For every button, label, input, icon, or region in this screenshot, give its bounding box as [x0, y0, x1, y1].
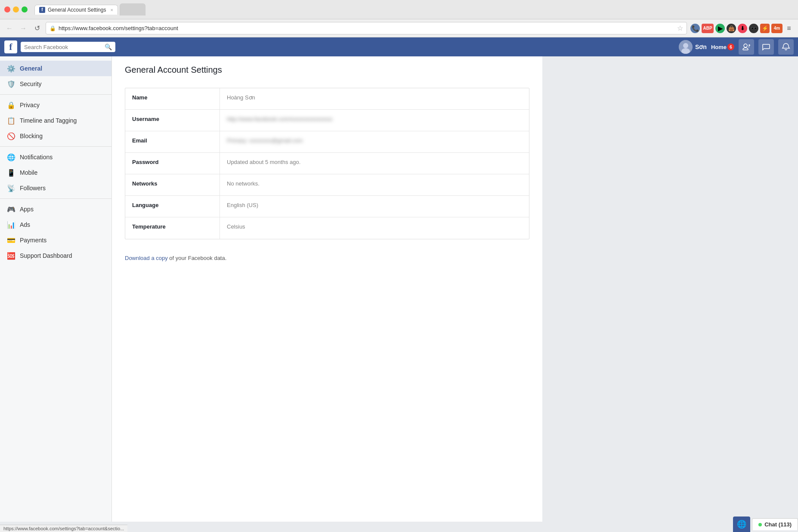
apps-icon: 🎮: [7, 205, 15, 213]
sidebar-item-privacy[interactable]: 🔒 Privacy: [0, 97, 111, 113]
payments-icon: 💳: [7, 236, 15, 244]
settings-table: Name Hoàng Sơn Username http://www.faceb…: [125, 88, 529, 239]
pocket-icon[interactable]: ⬇: [738, 24, 747, 33]
networks-value: No networks.: [220, 174, 529, 195]
page-title: General Account Settings: [125, 65, 529, 79]
facebook-header: f 🔍 Sơn Home 6: [0, 37, 798, 56]
sidebar-item-support-dashboard[interactable]: 🆘 Support Dashboard: [0, 248, 111, 263]
tab-favicon: f: [39, 7, 45, 13]
sidebar-label-timeline: Timeline and Tagging: [20, 117, 77, 124]
username-value: http://www.facebook.com/xxxxxxxxxxxxxxx: [220, 110, 529, 131]
home-label: Home: [711, 44, 727, 50]
adblock-icon[interactable]: ABP: [702, 24, 714, 33]
glasses-icon[interactable]: 🕶️: [749, 24, 758, 33]
sidebar-label-ads: Ads: [20, 221, 30, 228]
user-profile-link[interactable]: Sơn: [679, 40, 707, 54]
sidebar-item-notifications[interactable]: 🌐 Notifications: [0, 149, 111, 165]
name-value: Hoàng Sơn: [220, 88, 529, 109]
window-maximize-button[interactable]: [22, 6, 28, 12]
lightning-icon[interactable]: ⚡: [760, 24, 770, 33]
chat-label: Chat (113): [764, 521, 792, 522]
settings-row-password[interactable]: Password Updated about 5 months ago.: [125, 153, 529, 174]
language-label: Language: [125, 196, 220, 217]
globe-icon: 🌐: [737, 520, 746, 522]
blocking-icon: 🚫: [7, 132, 15, 140]
forward-button[interactable]: →: [18, 23, 28, 34]
notifications-icon[interactable]: [778, 39, 794, 55]
username-field-label: Username: [125, 110, 220, 131]
sidebar: ⚙️ General 🛡️ Security 🔒 Privacy 📋 Timel…: [0, 56, 112, 522]
url-text: https://www.facebook.com/settings?tab=ac…: [59, 25, 674, 31]
notifications-sidebar-icon: 🌐: [7, 153, 15, 161]
svg-point-1: [683, 43, 688, 48]
chat-button[interactable]: Chat (113): [752, 518, 798, 522]
sidebar-divider-1: [0, 94, 111, 95]
sidebar-divider-2: [0, 146, 111, 147]
sidebar-label-payments: Payments: [20, 237, 46, 244]
sidebar-label-privacy: Privacy: [20, 102, 40, 108]
4m-badge[interactable]: 4m: [771, 24, 783, 33]
settings-row-language[interactable]: Language English (US): [125, 196, 529, 217]
sidebar-label-apps: Apps: [20, 206, 34, 213]
sidebar-item-timeline-tagging[interactable]: 📋 Timeline and Tagging: [0, 113, 111, 128]
window-minimize-button[interactable]: [13, 6, 19, 12]
privacy-icon: 🔒: [7, 101, 15, 109]
networks-label: Networks: [125, 174, 220, 195]
security-icon: 🛡️: [7, 80, 15, 88]
search-bar[interactable]: 🔍: [21, 42, 115, 52]
email-value: Primary: xxxxxxxx@gmail.com: [220, 131, 529, 152]
window-close-button[interactable]: [4, 6, 10, 12]
search-input[interactable]: [24, 44, 102, 50]
settings-row-username[interactable]: Username http://www.facebook.com/xxxxxxx…: [125, 110, 529, 131]
timeline-icon: 📋: [7, 116, 15, 125]
bookmark-icon[interactable]: ☆: [677, 24, 683, 32]
chat-globe-button[interactable]: 🌐: [733, 517, 750, 522]
messages-icon[interactable]: [758, 39, 774, 55]
sidebar-item-general[interactable]: ⚙️ General: [0, 61, 111, 76]
content-area: General Account Settings Name Hoàng Sơn …: [112, 56, 542, 522]
ads-icon: 📊: [7, 220, 15, 229]
bottom-bar: 🌐 Chat (113): [733, 517, 798, 522]
facebook-logo[interactable]: f: [4, 40, 17, 53]
followers-icon: 📡: [7, 184, 15, 192]
sidebar-item-payments[interactable]: 💳 Payments: [0, 232, 111, 248]
temperature-value: Celsius: [220, 217, 529, 239]
header-right: Sơn Home 6: [679, 39, 794, 55]
settings-row-name[interactable]: Name Hoàng Sơn: [125, 88, 529, 110]
address-bar[interactable]: 🔒 https://www.facebook.com/settings?tab=…: [46, 22, 687, 34]
greasemonkey-icon[interactable]: ▶: [715, 24, 725, 33]
sidebar-item-ads[interactable]: 📊 Ads: [0, 217, 111, 232]
tampermonkey-icon[interactable]: 👜: [727, 24, 736, 33]
friend-requests-icon[interactable]: [739, 39, 754, 55]
password-label: Password: [125, 153, 220, 174]
sidebar-item-blocking[interactable]: 🚫 Blocking: [0, 128, 111, 144]
refresh-button[interactable]: ↺: [32, 23, 42, 34]
window-chrome: f General Account Settings ×: [0, 0, 798, 19]
download-copy-row: Download a copy of your Facebook data.: [125, 248, 529, 268]
empty-tab[interactable]: [120, 3, 145, 15]
ssl-icon: 🔒: [49, 25, 56, 31]
active-tab[interactable]: f General Account Settings ×: [34, 5, 118, 15]
username-label: Sơn: [695, 43, 707, 50]
download-copy-suffix: of your Facebook data.: [168, 255, 227, 261]
sidebar-item-apps[interactable]: 🎮 Apps: [0, 201, 111, 217]
search-button[interactable]: 🔍: [105, 43, 112, 50]
settings-row-networks[interactable]: Networks No networks.: [125, 174, 529, 196]
sidebar-item-mobile[interactable]: 📱 Mobile: [0, 165, 111, 180]
tab-close-button[interactable]: ×: [110, 7, 113, 12]
sidebar-item-security[interactable]: 🛡️ Security: [0, 76, 111, 92]
sidebar-item-followers[interactable]: 📡 Followers: [0, 180, 111, 196]
window-controls: [4, 6, 28, 12]
settings-row-temperature[interactable]: Temperature Celsius: [125, 217, 529, 239]
back-button[interactable]: ←: [4, 23, 15, 34]
sidebar-label-security: Security: [20, 80, 42, 87]
sidebar-label-mobile: Mobile: [20, 169, 37, 176]
support-icon: 🆘: [7, 251, 15, 260]
home-button[interactable]: Home 6: [711, 43, 734, 50]
phone-ext-icon[interactable]: 📞: [690, 24, 700, 33]
sidebar-label-blocking: Blocking: [20, 133, 43, 139]
name-label: Name: [125, 88, 220, 109]
menu-icon[interactable]: ≡: [784, 24, 794, 33]
download-copy-link[interactable]: Download a copy: [125, 255, 168, 261]
settings-row-email[interactable]: Email Primary: xxxxxxxx@gmail.com: [125, 131, 529, 153]
